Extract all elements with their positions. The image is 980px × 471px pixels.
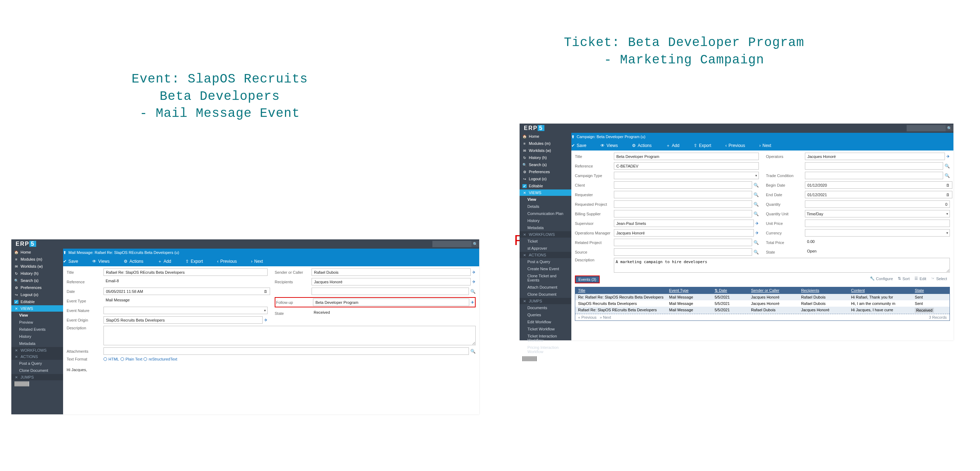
client-input[interactable] <box>614 181 752 189</box>
sidebar-item[interactable]: ↪Logout (o) <box>520 175 571 182</box>
sidebar-section[interactable]: ✕VIEWS <box>11 305 63 312</box>
plane-icon[interactable]: ✈ <box>472 279 476 284</box>
search-icon[interactable]: 🔍 <box>945 173 950 178</box>
sidebar-subitem[interactable]: Clone Document <box>520 291 571 298</box>
event-nature-select[interactable]: ▾ <box>103 307 267 314</box>
search-icon[interactable]: 🔍 <box>470 349 476 354</box>
text-format-radio[interactable]: reStructuredText <box>143 357 177 361</box>
search-icon[interactable]: 🔍 <box>946 125 953 132</box>
sidebar-item[interactable]: ⚙Preferences <box>520 168 571 175</box>
operators-extra-input[interactable] <box>805 162 943 170</box>
followup-input[interactable] <box>313 298 469 306</box>
up-arrow-icon[interactable]: ⬆ <box>63 251 66 255</box>
search-icon[interactable]: 🔍 <box>754 211 759 216</box>
calendar-icon[interactable]: 🗓 <box>946 183 950 187</box>
toolbar-export[interactable]: ⇪Export <box>185 259 203 264</box>
ops-manager-input[interactable] <box>614 229 754 236</box>
quantity-input[interactable] <box>805 200 950 208</box>
up-arrow-icon[interactable]: ⬆ <box>571 135 574 139</box>
sidebar-item[interactable]: ↻History (h) <box>520 154 571 161</box>
sidebar-section[interactable]: ✕JUMPS <box>520 298 571 304</box>
sidebar-subitem[interactable]: Details <box>520 203 571 210</box>
sidebar-section[interactable]: ✕VIEWS <box>520 189 571 196</box>
sidebar-subitem[interactable]: Clone Document <box>11 367 63 374</box>
toolbar-views[interactable]: 👁Views <box>600 143 618 148</box>
toolbar-views[interactable]: 👁Views <box>92 259 110 264</box>
table-row[interactable]: Rafael Re: SlapOS REcruits Beta Develope… <box>575 307 950 314</box>
sidebar-subitem[interactable]: Attach Document <box>520 284 571 291</box>
source-input[interactable] <box>614 248 752 256</box>
sidebar-subitem[interactable]: Edit Workflow <box>520 318 571 325</box>
sidebar-section[interactable]: ✕WORKFLOWS <box>520 231 571 238</box>
edit-button[interactable]: ☰Edit <box>915 276 926 281</box>
currency-select[interactable]: ▾ <box>805 229 950 236</box>
search-icon[interactable]: 🔍 <box>754 250 759 255</box>
sidebar-subitem[interactable]: Metadata <box>520 224 571 231</box>
sort-button[interactable]: ⇅Sort <box>898 276 910 281</box>
events-col-header[interactable]: Sender or Caller <box>751 288 801 293</box>
quantity-unit-select[interactable]: Time/Day▾ <box>805 210 950 217</box>
date-input[interactable] <box>103 287 270 295</box>
sidebar-item[interactable]: 🔍Search (s) <box>11 277 63 284</box>
events-col-header[interactable]: State <box>915 288 947 293</box>
sidebar-section[interactable]: ✕JUMPS <box>11 374 63 381</box>
toolbar-previous[interactable]: ‹Previous <box>725 143 745 148</box>
sidebar-subitem[interactable]: View <box>520 196 571 203</box>
plane-icon[interactable]: ✈ <box>472 270 476 275</box>
sidebar-subitem[interactable]: Preview <box>11 319 63 326</box>
plane-icon[interactable]: ✈ <box>755 221 759 226</box>
description-input[interactable] <box>614 258 950 273</box>
sidebar-subitem[interactable]: Metadata <box>11 340 63 347</box>
sidebar-subitem[interactable]: Pricing Interaction Workflow <box>520 344 571 355</box>
sidebar-subitem[interactable]: Ticket <box>520 238 571 245</box>
toolbar-actions[interactable]: ⚙Actions <box>632 143 651 148</box>
search-icon[interactable]: 🔍 <box>754 183 759 188</box>
sidebar-item[interactable]: 🏠Home <box>11 249 63 256</box>
billing-supplier-input[interactable] <box>614 210 752 217</box>
events-col-header[interactable]: Event Type <box>669 288 714 293</box>
sidebar-item[interactable]: ⚙Preferences <box>11 284 63 291</box>
toolbar-export[interactable]: ⇪Export <box>694 143 711 148</box>
sidebar-subitem[interactable]: Communication Plan <box>520 210 571 217</box>
sidebar-subitem[interactable]: History <box>520 217 571 224</box>
toolbar-next[interactable]: ›Next <box>759 143 771 148</box>
requested-project-input[interactable] <box>614 200 752 208</box>
global-search-input[interactable] <box>907 125 946 132</box>
toolbar-save[interactable]: ✔Save <box>63 259 78 264</box>
events-tab[interactable]: Events (3) <box>575 276 600 283</box>
sidebar-item[interactable]: 🔍Search (s) <box>520 161 571 168</box>
table-row[interactable]: SlapOS Recruits Beta DevelopersMail Mess… <box>575 300 950 307</box>
begin-date-input[interactable] <box>805 181 952 189</box>
sidebar-item[interactable]: ✔Editable <box>520 182 571 189</box>
recipients-input[interactable] <box>312 278 471 285</box>
sidebar-subitem[interactable]: Ticket Interaction Workflow <box>520 333 571 344</box>
configure-button[interactable]: 🔧Configure <box>870 276 893 281</box>
sidebar-subitem[interactable]: Post a Query <box>520 258 571 265</box>
text-format-radio[interactable]: HTML <box>103 357 119 361</box>
sidebar-subitem[interactable]: Queries <box>520 311 571 318</box>
sidebar-subitem[interactable]: st Approver <box>520 245 571 252</box>
prev-page[interactable]: « Previous <box>578 315 597 319</box>
description-input[interactable] <box>103 326 476 345</box>
events-col-header[interactable]: Recipients <box>801 288 851 293</box>
sidebar-subitem[interactable]: View <box>11 312 63 319</box>
end-date-input[interactable] <box>805 191 952 198</box>
toolbar-next[interactable]: ›Next <box>251 259 263 264</box>
toolbar-add[interactable]: ＋Add <box>158 258 171 265</box>
calendar-icon[interactable]: 🗓 <box>264 289 267 293</box>
sidebar-subitem[interactable]: Clone Ticket and Events <box>520 272 571 284</box>
calendar-icon[interactable]: 🗓 <box>946 193 950 197</box>
sidebar-item[interactable]: ↻History (h) <box>11 270 63 277</box>
search-icon[interactable]: 🔍 <box>470 289 476 294</box>
events-col-header[interactable]: Title <box>578 288 669 293</box>
attachments-input[interactable] <box>103 347 469 355</box>
table-row[interactable]: Re: Rafael Re: SlapOS Recruits Beta Deve… <box>575 294 950 300</box>
events-col-header[interactable]: Content <box>851 288 915 293</box>
toolbar-add[interactable]: ＋Add <box>666 143 679 149</box>
sidebar-item[interactable]: ✔Editable <box>11 298 63 305</box>
sidebar-subitem[interactable]: Related Events <box>11 326 63 333</box>
sidebar-subitem[interactable]: Post a Query <box>11 360 63 367</box>
sidebar-item[interactable]: 🏠Home <box>520 133 571 140</box>
plane-icon[interactable]: ✈ <box>755 230 759 236</box>
plane-icon[interactable]: ✈ <box>471 300 474 305</box>
